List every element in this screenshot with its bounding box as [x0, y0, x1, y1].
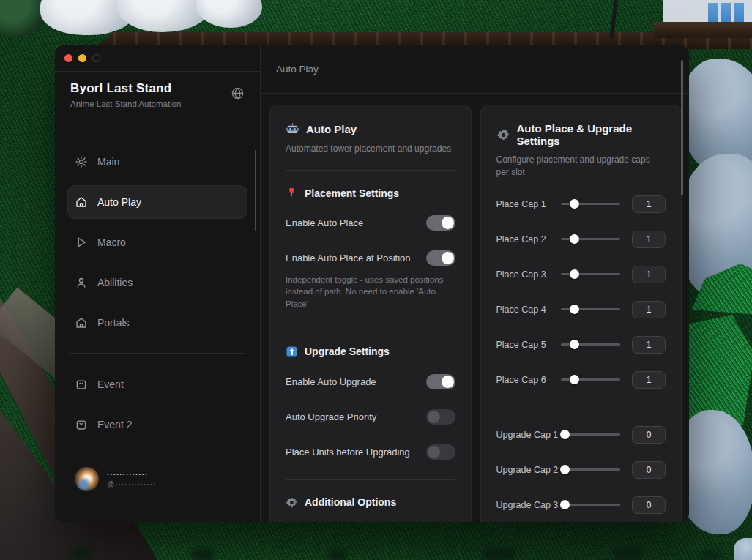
toggle-enable-auto-place-at-position[interactable] — [426, 250, 455, 266]
cap-label: Place Cap 3 — [496, 269, 561, 280]
value-place-cap-1[interactable]: 1 — [632, 195, 666, 213]
value-place-cap-5[interactable]: 1 — [632, 336, 666, 354]
slider-upgrade-cap-1[interactable] — [561, 430, 621, 440]
content-scrollbar[interactable] — [681, 60, 683, 195]
cap-label: Upgrade Cap 1 — [496, 430, 561, 440]
value-place-cap-2[interactable]: 1 — [632, 231, 666, 248]
cap-row-upgrade-cap-1: Upgrade Cap 10 — [496, 417, 666, 452]
toggle-knob — [442, 252, 454, 264]
cap-label: Place Cap 4 — [496, 305, 561, 315]
page-title: Auto Play — [276, 64, 319, 75]
value-upgrade-cap-1[interactable]: 0 — [632, 426, 666, 444]
section-heading-label: Additional Options — [305, 496, 396, 508]
setting-label: Enable Auto Place at Position — [286, 253, 411, 264]
sidebar-item-abilities[interactable]: Abilities — [68, 266, 247, 299]
slider-knob[interactable] — [560, 465, 570, 474]
sidebar-nav: MainAuto PlayMacroAbilitiesPortals — [55, 119, 260, 347]
setting-row-enable-auto-place-at-position: Enable Auto Place at Position — [286, 250, 455, 266]
slider-place-cap-6[interactable] — [561, 375, 621, 385]
close-button[interactable] — [64, 54, 72, 62]
card-title-row: Auto Place & Upgrade Settings — [496, 122, 666, 147]
sidebar-item-event-2[interactable]: Event 2 — [68, 408, 247, 441]
content-area: Auto Play Automated tower placement and … — [261, 94, 689, 522]
sidebar-item-event[interactable]: Event — [68, 368, 247, 400]
bag-icon — [75, 378, 88, 391]
value-place-cap-4[interactable]: 1 — [632, 301, 666, 318]
sidebar: Byorl Last Stand Anime Last Stand Automa… — [55, 45, 261, 522]
toggle-knob — [442, 376, 454, 388]
toggle-enable-auto-place[interactable] — [426, 215, 455, 231]
cap-row-place-cap-2: Place Cap 21 — [496, 222, 666, 257]
home-icon — [75, 316, 88, 329]
toggle-place-units-before-upgrading[interactable] — [426, 444, 455, 460]
card-title: Auto Play — [306, 123, 357, 135]
toggle-knob — [428, 446, 440, 458]
slider-knob[interactable] — [560, 430, 570, 439]
section-divider — [286, 170, 455, 171]
slider-place-cap-3[interactable] — [561, 269, 621, 280]
sidebar-item-main[interactable]: Main — [68, 146, 247, 178]
slider-place-cap-1[interactable] — [561, 199, 621, 209]
robot-icon — [286, 122, 299, 136]
setting-label: Enable Auto Upgrade — [286, 376, 376, 387]
value-place-cap-3[interactable]: 1 — [632, 266, 666, 283]
slider-knob[interactable] — [570, 305, 579, 314]
setting-label: Auto Upgrade Priority — [286, 411, 376, 422]
toggle-auto-upgrade-priority[interactable] — [426, 409, 455, 425]
slider-knob[interactable] — [570, 199, 579, 209]
cap-row-upgrade-cap-2: Upgrade Cap 20 — [496, 452, 666, 488]
slider-knob[interactable] — [570, 269, 579, 279]
slider-place-cap-5[interactable] — [561, 340, 621, 350]
cap-row-upgrade-cap-3: Upgrade Cap 30 — [496, 488, 666, 522]
page-header: Auto Play — [261, 45, 689, 94]
slider-knob[interactable] — [570, 375, 579, 384]
game-lane-marking — [72, 548, 91, 560]
setting-row-enable-auto-upgrade: Enable Auto Upgrade — [286, 374, 455, 389]
slider-knob[interactable] — [570, 234, 579, 244]
game-lane-marking — [701, 550, 721, 560]
cap-label: Place Cap 5 — [496, 340, 561, 350]
section-heading-label: Upgrade Settings — [305, 346, 390, 357]
toggle-enable-auto-upgrade[interactable] — [426, 374, 455, 389]
sidebar-item-portals[interactable]: Portals — [68, 307, 247, 339]
sidebar-item-auto-play[interactable]: Auto Play — [68, 186, 247, 218]
user-profile[interactable]: ············· @············· — [55, 467, 260, 491]
slider-place-cap-2[interactable] — [561, 234, 621, 244]
avatar — [75, 467, 99, 491]
sidebar-item-macro[interactable]: Macro — [68, 226, 247, 258]
cap-row-place-cap-1: Place Cap 11 — [496, 187, 666, 222]
bag-icon — [75, 418, 88, 431]
profile-name: ············· — [107, 470, 156, 479]
sidebar-item-clipped[interactable] — [75, 455, 247, 461]
sidebar-divider — [70, 353, 245, 354]
up-arrow-icon — [286, 346, 298, 358]
globe-icon[interactable] — [231, 86, 245, 100]
setting-row-auto-upgrade-priority: Auto Upgrade Priority — [286, 409, 455, 425]
game-lane-marking — [614, 548, 643, 560]
slider-upgrade-cap-2[interactable] — [561, 465, 621, 475]
setting-label: Enable Auto Place — [286, 217, 363, 228]
value-place-cap-6[interactable]: 1 — [632, 371, 666, 389]
slider-knob[interactable] — [560, 500, 570, 509]
value-upgrade-cap-3[interactable]: 0 — [632, 496, 666, 514]
section-heading-label: Placement Settings — [305, 187, 399, 199]
value-upgrade-cap-2[interactable]: 0 — [632, 461, 666, 479]
minimize-button[interactable] — [78, 54, 86, 62]
sidebar-scrollbar[interactable] — [255, 150, 256, 231]
cap-label: Place Cap 2 — [496, 234, 561, 244]
main-area: Auto Play Auto Play Automated tower plac… — [261, 45, 689, 522]
cap-label: Upgrade Cap 2 — [496, 465, 561, 475]
sidebar-item-label: Event — [97, 378, 124, 390]
maximize-button[interactable] — [92, 54, 100, 62]
slider-knob[interactable] — [570, 340, 579, 349]
gear-icon — [75, 155, 88, 168]
slider-place-cap-4[interactable] — [561, 305, 621, 315]
game-lane-marking — [192, 549, 214, 560]
setting-label: Place Units before Upgrading — [286, 447, 410, 458]
slider-upgrade-cap-3[interactable] — [561, 500, 621, 510]
section-divider — [286, 329, 455, 329]
section-heading-placement-settings: Placement Settings — [286, 187, 455, 199]
gear-icon — [496, 128, 510, 142]
sidebar-nav-secondary: EventEvent 2 — [55, 368, 260, 449]
group-divider — [496, 408, 666, 408]
